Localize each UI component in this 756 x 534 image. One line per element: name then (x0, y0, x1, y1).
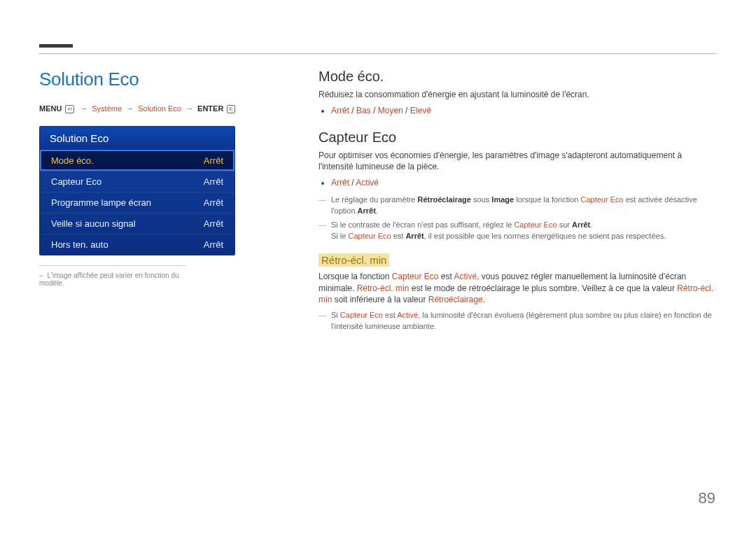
desc-retro-ecl-min: Lorsque la fonction Capteur Eco est Acti… (318, 271, 717, 306)
heading-retro-ecl-min: Rétro-écl. min (318, 253, 389, 267)
desc-capteur-eco: Pour optimiser vos économies d'énergie, … (318, 150, 717, 174)
header-rule (39, 53, 717, 55)
osd-item-label: Hors ten. auto (51, 239, 108, 250)
opt: Activé (356, 178, 379, 188)
menu-label: MENU (39, 104, 62, 113)
arrow-icon: → (186, 104, 193, 113)
opt: Bas (356, 106, 371, 115)
opt: Elevé (410, 106, 431, 115)
osd-item-label: Capteur Eco (51, 176, 102, 187)
options-capteur-eco: Arrêt / Activé (318, 177, 717, 189)
osd-item-veille[interactable]: Veille si aucun signal Arrêt (40, 213, 234, 234)
note-line: Si le contraste de l'écran n'est pas suf… (331, 220, 717, 242)
opt: Moyen (378, 106, 403, 115)
bc-solution: Solution Eco (138, 104, 181, 113)
page-number: 89 (699, 489, 715, 507)
osd-item-value: Arrêt (204, 218, 223, 229)
osd-item-capteur-eco[interactable]: Capteur Eco Arrêt (40, 171, 234, 192)
arrow-icon: → (126, 104, 134, 113)
osd-item-programme-lampe[interactable]: Programme lampe écran Arrêt (40, 192, 234, 213)
footnote: L'image affichée peut varier en fonction… (39, 265, 186, 287)
desc-mode-eco: Réduisez la consommation d'énergie en aj… (318, 89, 717, 101)
opt: Arrêt (331, 106, 349, 115)
osd-item-mode-eco[interactable]: Mode éco. Arrêt (40, 150, 234, 171)
note-line: Si Capteur Eco est Activé, la luminosité… (331, 310, 717, 332)
note-line: Le réglage du paramètre Rétroéclairage s… (331, 195, 717, 217)
notes-retro-ecl-min: Si Capteur Eco est Activé, la luminosité… (318, 310, 717, 332)
opt: Arrêt (331, 178, 349, 188)
enter-label: ENTER (197, 104, 223, 113)
notes-capteur-eco: Le réglage du paramètre Rétroéclairage s… (318, 195, 717, 242)
page-title: Solution Eco (39, 69, 242, 90)
osd-item-label: Veille si aucun signal (51, 218, 136, 229)
osd-item-value: Arrêt (204, 197, 223, 208)
osd-menu-header: Solution Eco (40, 127, 234, 150)
osd-item-value: Arrêt (204, 176, 223, 187)
heading-mode-eco: Mode éco. (318, 69, 717, 85)
menu-icon: m (65, 105, 74, 113)
arrow-icon: → (80, 104, 88, 113)
osd-item-value: Arrêt (204, 155, 223, 166)
osd-item-label: Mode éco. (51, 155, 94, 166)
bc-system: Système (92, 104, 122, 113)
osd-item-hors-ten[interactable]: Hors ten. auto Arrêt (40, 234, 234, 255)
osd-item-label: Programme lampe écran (51, 197, 151, 208)
heading-capteur-eco: Capteur Eco (318, 129, 717, 146)
enter-icon: E (227, 105, 234, 113)
osd-menu: Solution Eco Mode éco. Arrêt Capteur Eco… (39, 126, 235, 255)
section-marker (39, 44, 73, 51)
options-mode-eco: Arrêt / Bas / Moyen / Elevé (318, 105, 717, 117)
osd-item-value: Arrêt (204, 239, 223, 250)
breadcrumb: MENU m → Système → Solution Eco → ENTER … (39, 104, 242, 113)
